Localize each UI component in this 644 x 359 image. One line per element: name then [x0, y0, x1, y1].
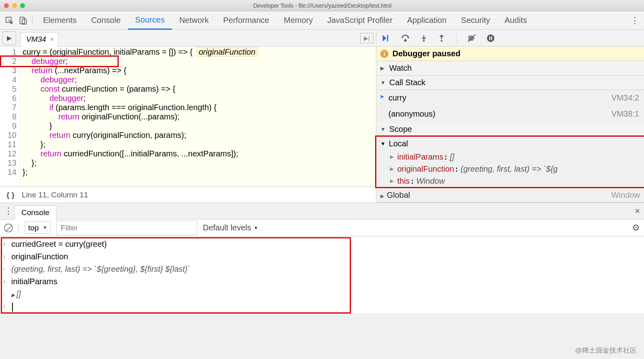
console-input-row: curriedGreet = curry(greet) [0, 238, 644, 250]
window-titlebar: Developer Tools - file:///Users/yazeed/D… [0, 0, 644, 11]
separator [32, 15, 33, 26]
window-title: Developer Tools - file:///Users/yazeed/D… [5, 2, 640, 9]
scope-local-header[interactable]: ▼Local [376, 137, 644, 151]
show-navigator-icon[interactable]: ▶ [2, 31, 16, 45]
tab-sources[interactable]: Sources [128, 11, 172, 30]
tab-audits[interactable]: Audits [497, 11, 535, 30]
step-over-icon[interactable] [400, 34, 410, 43]
console-input-row: originalFunction [0, 250, 644, 263]
scope-variable[interactable]: ▶originalFunction: (greeting, first, las… [376, 163, 644, 175]
file-name: VM34 [26, 35, 46, 44]
warning-icon: i [380, 50, 388, 58]
debugger-panel: i Debugger paused ▶Watch ▼Call Stack cur… [376, 30, 644, 203]
tab-memory[interactable]: Memory [277, 11, 320, 30]
tab-console[interactable]: Console [84, 11, 128, 30]
tab-javascript-profiler[interactable]: JavaScript Profiler [320, 11, 400, 30]
close-icon[interactable]: × [635, 206, 640, 216]
svg-rect-9 [491, 36, 492, 40]
console-output[interactable]: curriedGreet = curry(greet)originalFunct… [0, 236, 644, 313]
tab-elements[interactable]: Elements [36, 11, 84, 30]
console-tab[interactable]: Console [14, 205, 56, 220]
debug-toolbar [376, 30, 644, 47]
tab-application[interactable]: Application [400, 11, 454, 30]
code-editor[interactable]: 1234567891011121314 curry = (originalFun… [0, 47, 376, 187]
line-gutter: 1234567891011121314 [0, 47, 20, 187]
svg-rect-8 [489, 36, 490, 40]
pause-on-exceptions-icon[interactable] [486, 34, 495, 43]
filter-input[interactable] [56, 221, 197, 235]
gear-icon[interactable]: ⚙ [632, 223, 640, 233]
console-input-row[interactable] [0, 300, 644, 313]
svg-point-6 [441, 40, 442, 41]
devtools-tabs: ElementsConsoleSourcesNetworkPerformance… [0, 11, 644, 30]
console-input-row: initialParams [0, 275, 644, 288]
console-toolbar: top Default levels ▼ ⚙ [0, 220, 644, 236]
scope-section[interactable]: ▼Scope [376, 122, 644, 137]
svg-point-7 [487, 34, 494, 41]
svg-point-4 [405, 39, 406, 41]
device-toggle-icon[interactable] [17, 14, 29, 27]
tab-network[interactable]: Network [172, 11, 216, 30]
watch-section[interactable]: ▶Watch [376, 61, 644, 76]
step-into-icon[interactable] [420, 34, 428, 43]
scope-variable[interactable]: ▶initialParams: [] [376, 151, 644, 163]
console-drawer-header: ⋮ Console × [0, 203, 644, 220]
close-icon[interactable]: × [50, 36, 54, 43]
resume-icon[interactable] [380, 34, 391, 43]
open-file-icon[interactable]: ▶| [360, 33, 374, 43]
svg-rect-3 [387, 35, 388, 41]
file-tab-bar: ▶ VM34 × ▶| [0, 30, 376, 47]
tab-security[interactable]: Security [454, 11, 497, 30]
call-stack-frame[interactable]: (anonymous)VM38:1 [376, 106, 644, 122]
svg-point-5 [423, 40, 425, 41]
debugger-paused-message: i Debugger paused [376, 47, 644, 61]
file-tab-vm34[interactable]: VM34 × [20, 32, 58, 47]
tab-performance[interactable]: Performance [216, 11, 277, 30]
cursor-position: Line 11, Column 11 [22, 191, 88, 199]
more-icon[interactable]: ⋮ [629, 15, 641, 26]
context-select[interactable]: top [25, 222, 51, 234]
editor-status-bar: { } Line 11, Column 11 [0, 187, 376, 203]
inspect-icon[interactable] [3, 14, 15, 27]
call-stack-frame[interactable]: curryVM34:2 [376, 90, 644, 106]
step-out-icon[interactable] [438, 34, 446, 43]
call-stack-section[interactable]: ▼Call Stack [376, 76, 644, 90]
scope-variable[interactable]: ▶this: Window [376, 175, 644, 187]
console-output-row: (greeting, first, last) => `${greeting},… [0, 263, 644, 275]
scope-global-header[interactable]: ▶Global Window [376, 188, 644, 203]
pretty-print-icon[interactable]: { } [6, 191, 14, 199]
console-output-row: ▶[] [0, 288, 644, 300]
code-lines: curry = (originalFunction, initialParams… [20, 47, 376, 187]
more-icon[interactable]: ⋮ [4, 206, 12, 216]
watermark: @稀土掘金技术社区 [575, 346, 637, 355]
scope-local-box: ▼Local ▶initialParams: []▶originalFuncti… [375, 135, 644, 188]
deactivate-breakpoints-icon[interactable] [467, 34, 477, 43]
log-levels-select[interactable]: Default levels ▼ [203, 223, 258, 232]
clear-console-icon[interactable] [4, 224, 13, 232]
